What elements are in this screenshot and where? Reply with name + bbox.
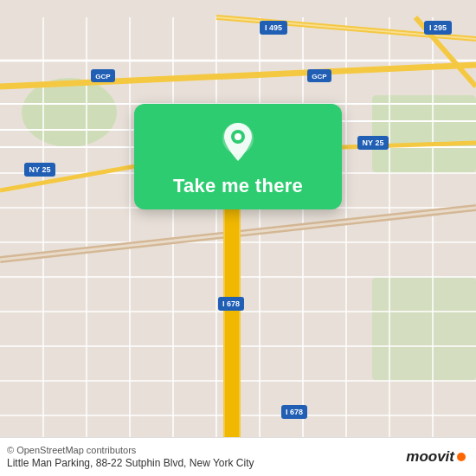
svg-rect-2 (372, 95, 476, 173)
svg-point-55 (235, 133, 241, 140)
moovit-dot-icon (457, 453, 466, 461)
svg-rect-3 (372, 277, 476, 381)
map-svg: I 495 I 295 GCP GCP NY 25 NY 25 I 678 I … (0, 0, 476, 476)
moovit-logo: moovit (406, 448, 466, 466)
attribution-text: © OpenStreetMap contributors (7, 445, 254, 455)
svg-rect-34 (225, 173, 239, 459)
svg-text:I 678: I 678 (222, 299, 240, 308)
moovit-brand-text: moovit (406, 448, 454, 466)
svg-point-1 (22, 78, 117, 147)
svg-text:NY 25: NY 25 (363, 138, 384, 147)
svg-text:GCP: GCP (95, 73, 111, 80)
svg-text:I 295: I 295 (429, 23, 447, 32)
address-text: Little Man Parking, 88-22 Sutphin Blvd, … (7, 457, 254, 469)
svg-text:NY 25: NY 25 (29, 165, 51, 174)
take-me-button[interactable]: Take me there (173, 175, 303, 197)
map-container: I 495 I 295 GCP GCP NY 25 NY 25 I 678 I … (0, 0, 476, 476)
bottom-bar: © OpenStreetMap contributors Little Man … (0, 437, 476, 476)
take-me-card: Take me there (134, 104, 342, 209)
svg-text:I 495: I 495 (265, 23, 282, 32)
svg-text:I 678: I 678 (286, 408, 303, 416)
location-pin-icon (215, 119, 261, 164)
svg-text:GCP: GCP (312, 73, 327, 80)
